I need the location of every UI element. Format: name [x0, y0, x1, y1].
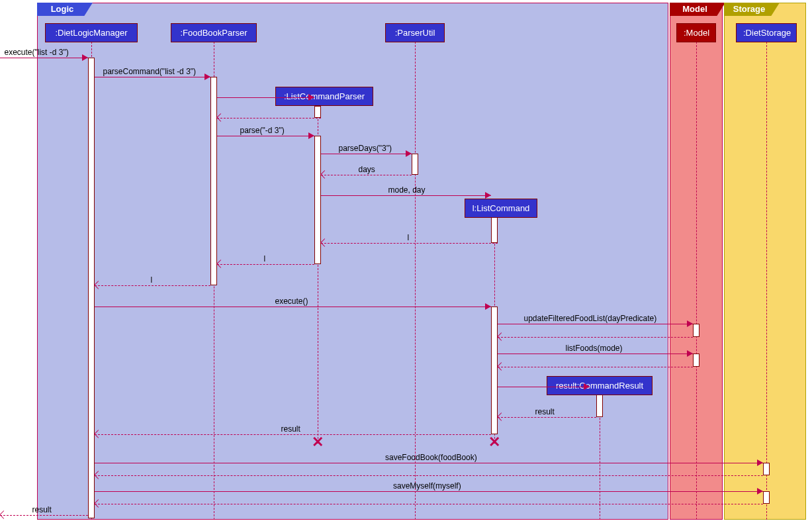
message-label: parse("-d 3") — [240, 126, 285, 135]
message-line — [95, 434, 491, 435]
message-line — [0, 515, 88, 516]
participant-lcp: :ListCommandParser — [275, 87, 373, 106]
activation-pu — [412, 154, 418, 175]
message-line — [95, 504, 763, 504]
message-line — [217, 97, 314, 98]
activation-mdl — [693, 354, 699, 367]
arrow-icon — [584, 383, 590, 390]
message-line — [498, 337, 693, 338]
arrow-icon — [0, 510, 8, 519]
activation-dlm — [88, 58, 95, 518]
logic-frame-label: Logic — [37, 3, 93, 16]
participant-ds: :DietStorage — [736, 23, 797, 42]
message-label: saveMyself(myself) — [393, 481, 461, 491]
destroy-icon: ✕ — [487, 435, 502, 450]
arrow-icon — [687, 350, 693, 357]
participant-dlm: :DietLogicManager — [45, 23, 138, 42]
message-line — [321, 175, 412, 175]
participant-fbp: :FoodBookParser — [171, 23, 257, 42]
lifeline — [415, 42, 416, 520]
message-line — [498, 324, 693, 324]
lifeline — [696, 42, 697, 520]
message-label: l — [151, 275, 153, 285]
message-label: l — [408, 233, 410, 242]
activation-ds — [763, 463, 770, 475]
arrow-icon — [308, 132, 314, 139]
arrow-icon — [687, 320, 693, 327]
message-label: execute("list -d 3") — [5, 48, 69, 57]
participant-pu: :ParserUtil — [385, 23, 445, 42]
message-label: result — [535, 407, 555, 416]
message-line — [498, 417, 596, 418]
message-line — [498, 354, 693, 354]
lifeline — [766, 42, 767, 520]
storage-frame: Storage — [724, 3, 806, 520]
message-line — [95, 285, 210, 286]
arrow-icon — [757, 488, 763, 495]
activation-ds — [763, 491, 770, 504]
arrow-icon — [82, 54, 88, 61]
message-line — [95, 307, 491, 307]
message-label: l — [264, 254, 266, 263]
message-line — [498, 387, 590, 387]
message-label: saveFoodBook(foodBook) — [385, 453, 477, 462]
arrow-icon — [204, 73, 210, 80]
message-label: updateFilteredFoodList(dayPredicate) — [524, 314, 657, 323]
participant-mdl: :Model — [676, 23, 716, 42]
message-label: result — [32, 505, 52, 514]
model-frame-label: Model — [670, 3, 725, 16]
activation-lcp — [314, 136, 321, 264]
logic-frame: Logic — [37, 3, 668, 520]
message-label: mode, day — [388, 185, 426, 195]
message-line — [217, 118, 321, 118]
arrow-icon — [485, 303, 491, 310]
arrow-icon — [757, 459, 763, 466]
activation-lcp — [314, 106, 321, 118]
message-label: parseCommand("list -d 3") — [103, 67, 197, 76]
activation-lc — [491, 307, 498, 434]
message-label: parseDays("3") — [339, 144, 392, 153]
message-label: listFoods(mode) — [566, 344, 623, 353]
message-line — [95, 463, 763, 463]
participant-lc: l:ListCommand — [465, 199, 537, 218]
message-line — [95, 475, 763, 476]
storage-frame-label: Storage — [724, 3, 780, 16]
message-line — [321, 154, 412, 154]
message-label: execute() — [275, 297, 308, 306]
message-line — [498, 367, 693, 367]
participant-cr: result:CommandResult — [547, 376, 653, 395]
message-label: days — [359, 165, 375, 174]
arrow-icon — [406, 150, 412, 157]
message-line — [321, 243, 498, 244]
message-label: result — [281, 424, 300, 434]
activation-lc — [491, 217, 498, 243]
message-line — [95, 491, 763, 492]
arrow-icon — [308, 94, 314, 101]
message-line — [95, 77, 210, 77]
message-line — [0, 58, 88, 58]
message-line — [321, 195, 491, 196]
activation-fbp — [210, 77, 217, 285]
message-line — [217, 264, 314, 265]
arrow-icon — [485, 192, 491, 199]
activation-cr — [596, 395, 603, 417]
message-line — [217, 136, 314, 136]
activation-mdl — [693, 324, 699, 337]
destroy-icon: ✕ — [310, 435, 325, 450]
